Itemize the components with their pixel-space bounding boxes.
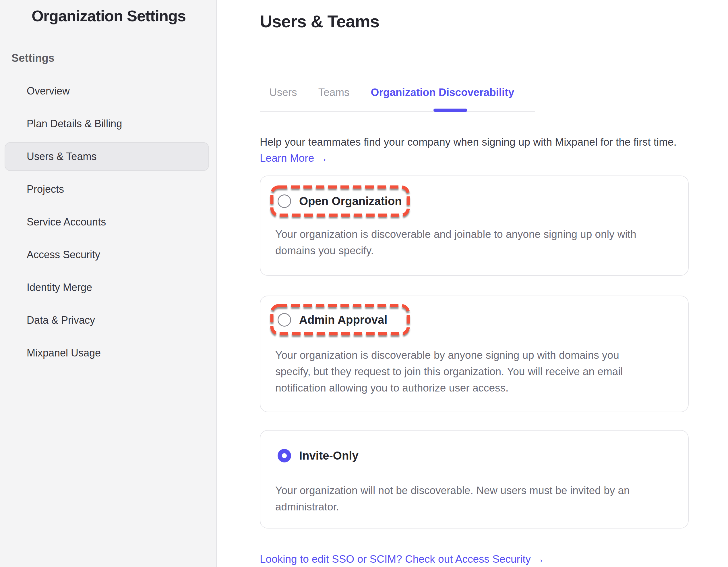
tab-users[interactable]: Users bbox=[269, 86, 297, 98]
sidebar-item-projects[interactable]: Projects bbox=[0, 173, 216, 206]
option-desc-open-organization: Your organization is discoverable and jo… bbox=[275, 226, 688, 259]
desc-line: specify, but they request to join this o… bbox=[275, 363, 688, 380]
learn-more-link[interactable]: Learn More → bbox=[260, 152, 728, 164]
option-label-admin-approval: Admin Approval bbox=[299, 314, 387, 326]
sidebar-item-label: Access Security bbox=[27, 249, 100, 261]
desc-line: administrator. bbox=[275, 499, 688, 515]
tab-bar: Users Teams Organization Discoverability bbox=[269, 86, 728, 99]
sidebar-item-access-security[interactable]: Access Security bbox=[0, 238, 216, 271]
sidebar-item-label: Overview bbox=[27, 85, 70, 97]
sidebar-item-label: Users & Teams bbox=[27, 150, 96, 162]
active-tab-underline bbox=[433, 109, 467, 112]
access-security-link[interactable]: Looking to edit SSO or SCIM? Check out A… bbox=[260, 553, 728, 566]
desc-line: notification allowing you to authorize u… bbox=[275, 380, 688, 396]
radio-invite-only[interactable] bbox=[278, 449, 291, 463]
tab-teams[interactable]: Teams bbox=[318, 86, 350, 98]
annotation-highlight-open-organization: Open Organization bbox=[270, 185, 410, 217]
annotation-highlight-admin-approval: Admin Approval bbox=[270, 304, 410, 336]
option-desc-admin-approval: Your organization is discoverable by any… bbox=[275, 347, 688, 396]
sidebar-item-data-privacy[interactable]: Data & Privacy bbox=[0, 304, 216, 337]
desc-line: domains you specify. bbox=[275, 242, 688, 259]
option-card-open-organization: Open Organization Your organization is d… bbox=[260, 175, 689, 276]
sidebar: Organization Settings Settings Overview … bbox=[0, 0, 217, 567]
sidebar-item-label: Mixpanel Usage bbox=[27, 347, 101, 359]
tab-organization-discoverability[interactable]: Organization Discoverability bbox=[371, 86, 514, 98]
option-head-invite-only: Invite-Only bbox=[278, 449, 688, 463]
sidebar-nav: Overview Plan Details & Billing Users & … bbox=[0, 75, 216, 369]
page-title: Users & Teams bbox=[260, 0, 728, 32]
sidebar-item-label: Data & Privacy bbox=[27, 314, 95, 326]
sidebar-item-label: Projects bbox=[27, 183, 64, 195]
sidebar-item-label: Service Accounts bbox=[27, 216, 106, 228]
main-panel: Users & Teams Users Teams Organization D… bbox=[217, 0, 728, 567]
sidebar-item-overview[interactable]: Overview bbox=[0, 75, 216, 107]
tab-divider bbox=[260, 111, 535, 112]
option-desc-invite-only: Your organization will not be discoverab… bbox=[275, 482, 688, 515]
sidebar-item-service-accounts[interactable]: Service Accounts bbox=[0, 206, 216, 238]
sidebar-item-plan-details-billing[interactable]: Plan Details & Billing bbox=[0, 107, 216, 140]
sidebar-title: Organization Settings bbox=[32, 6, 216, 25]
desc-line: Your organization is discoverable and jo… bbox=[275, 226, 688, 242]
sidebar-active-pill: Users & Teams bbox=[5, 142, 209, 171]
desc-line: Your organization is discoverable by any… bbox=[275, 347, 688, 363]
radio-open-organization[interactable] bbox=[278, 194, 291, 208]
sidebar-item-identity-merge[interactable]: Identity Merge bbox=[0, 271, 216, 304]
sidebar-section-label: Settings bbox=[11, 52, 216, 64]
sidebar-item-label: Identity Merge bbox=[27, 281, 92, 294]
sidebar-item-label: Plan Details & Billing bbox=[27, 118, 122, 130]
option-card-admin-approval: Admin Approval Your organization is disc… bbox=[260, 296, 689, 412]
radio-admin-approval[interactable] bbox=[278, 313, 291, 327]
desc-line: Your organization will not be discoverab… bbox=[275, 482, 688, 499]
option-label-open-organization: Open Organization bbox=[299, 195, 402, 208]
intro-text: Help your teammates find your company wh… bbox=[260, 136, 728, 148]
sidebar-item-users-teams[interactable]: Users & Teams bbox=[0, 140, 216, 173]
option-label-invite-only: Invite-Only bbox=[299, 449, 359, 462]
option-card-invite-only: Invite-Only Your organization will not b… bbox=[260, 430, 689, 529]
sidebar-item-mixpanel-usage[interactable]: Mixpanel Usage bbox=[0, 337, 216, 369]
radio-dot bbox=[282, 453, 287, 458]
